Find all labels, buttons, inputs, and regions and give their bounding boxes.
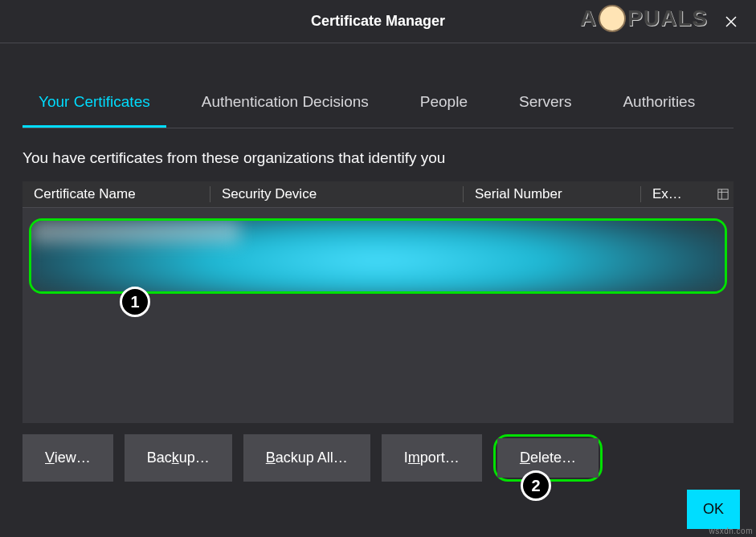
logo-mascot-icon [599, 5, 626, 32]
backup-all-accesskey: B [266, 450, 276, 466]
titlebar: A PUALS Certificate Manager [0, 0, 756, 43]
dialog-footer: OK [687, 490, 740, 529]
watermark-text: wsxdn.com [709, 527, 753, 535]
backup-all-button[interactable]: Backup All… [243, 434, 370, 482]
annotation-step-1: 1 [120, 287, 150, 317]
import-accesskey: m [408, 450, 420, 466]
column-header-name[interactable]: Certificate Name [22, 186, 210, 202]
view-button[interactable]: View… [22, 434, 113, 482]
view-accesskey: V [45, 450, 55, 466]
backup-accesskey: k [172, 450, 179, 466]
tab-bar: Your Certificates Authentication Decisio… [22, 82, 734, 128]
logo-text-rest: PUALS [627, 6, 708, 31]
annotation-step-2: 2 [521, 470, 551, 501]
table-header-row: Certificate Name Security Device Serial … [22, 181, 734, 208]
dialog-content: Your Certificates Authentication Decisio… [0, 82, 756, 498]
ok-button[interactable]: OK [687, 490, 740, 529]
tab-your-certificates[interactable]: Your Certificates [22, 82, 166, 128]
logo-text-a: A [580, 6, 597, 31]
column-header-device[interactable]: Security Device [210, 186, 464, 202]
column-header-expires[interactable]: Expir… [641, 186, 701, 202]
import-button[interactable]: Import… [382, 434, 482, 482]
column-picker-button[interactable] [716, 187, 730, 201]
delete-accesskey: D [520, 450, 530, 466]
svg-rect-0 [718, 189, 728, 199]
selected-certificate-row[interactable] [29, 218, 727, 294]
tab-people[interactable]: People [404, 82, 484, 128]
columns-icon [717, 189, 729, 200]
action-button-row: View… Backup… Backup All… Import… Delete… [22, 434, 734, 482]
delete-button-highlight: Delete… [493, 434, 603, 482]
tab-authentication-decisions[interactable]: Authentication Decisions [186, 82, 385, 128]
close-button[interactable] [721, 11, 742, 32]
delete-button[interactable]: Delete… [497, 438, 599, 478]
tab-servers[interactable]: Servers [503, 82, 587, 128]
brand-logo: A PUALS [580, 5, 708, 32]
column-header-serial[interactable]: Serial Number [464, 186, 641, 202]
close-icon [724, 14, 738, 29]
tab-description: You have certificates from these organiz… [22, 149, 734, 167]
dialog-title: Certificate Manager [311, 13, 445, 30]
tab-authorities[interactable]: Authorities [607, 82, 711, 128]
backup-button[interactable]: Backup… [125, 434, 232, 482]
